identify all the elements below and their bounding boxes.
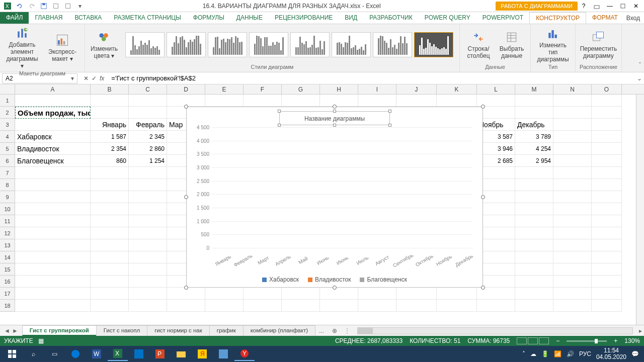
col-header[interactable]: A bbox=[15, 84, 91, 94]
cell[interactable] bbox=[553, 288, 592, 300]
excel-taskbar-icon[interactable]: X bbox=[108, 347, 128, 361]
cell[interactable] bbox=[91, 251, 129, 263]
cell[interactable] bbox=[358, 288, 396, 300]
cell[interactable] bbox=[396, 95, 437, 107]
cell[interactable] bbox=[553, 131, 592, 143]
cell[interactable] bbox=[282, 95, 320, 107]
cell[interactable] bbox=[553, 95, 592, 107]
chart-style-thumb[interactable] bbox=[332, 32, 371, 57]
cell[interactable]: 4 254 bbox=[515, 143, 553, 155]
cell[interactable] bbox=[515, 263, 553, 276]
cell[interactable] bbox=[437, 288, 477, 300]
cell[interactable] bbox=[91, 179, 129, 191]
undo-icon[interactable] bbox=[14, 1, 25, 11]
cell[interactable] bbox=[396, 300, 437, 312]
cell[interactable] bbox=[15, 203, 91, 215]
tab-design[interactable]: КОНСТРУКТОР bbox=[529, 12, 586, 24]
change-chart-type-button[interactable]: Изменить тип диаграммы bbox=[535, 27, 571, 63]
cell[interactable] bbox=[592, 155, 622, 167]
chart-handle[interactable] bbox=[481, 195, 485, 199]
cell[interactable] bbox=[129, 251, 167, 263]
chart-style-thumb[interactable] bbox=[414, 32, 453, 57]
cell[interactable] bbox=[91, 203, 129, 215]
cell[interactable] bbox=[320, 95, 358, 107]
cell[interactable] bbox=[515, 203, 553, 215]
sheet-tab[interactable]: гист нормир с нак bbox=[147, 325, 210, 336]
cell[interactable] bbox=[515, 215, 553, 227]
add-chart-element-button[interactable]: + Добавить элемент диаграммы ▾ bbox=[4, 26, 40, 69]
cell[interactable] bbox=[15, 167, 91, 179]
col-header[interactable]: J bbox=[396, 84, 437, 94]
zoom-out-icon[interactable]: − bbox=[556, 337, 559, 344]
sheet-tab[interactable]: Гист с накопл bbox=[96, 325, 147, 336]
tab-review[interactable]: РЕЦЕНЗИРОВАНИЕ bbox=[269, 12, 339, 24]
cell[interactable] bbox=[91, 227, 129, 239]
tab-view[interactable]: ВИД bbox=[339, 12, 363, 24]
cell[interactable] bbox=[244, 288, 282, 300]
chart-style-thumb[interactable] bbox=[125, 32, 165, 57]
powerpoint-icon[interactable]: P bbox=[150, 347, 170, 361]
cell[interactable] bbox=[515, 276, 553, 288]
chart-handle[interactable] bbox=[481, 105, 485, 109]
tab-data[interactable]: ДАННЫЕ bbox=[230, 12, 269, 24]
cell[interactable] bbox=[15, 276, 91, 288]
cell[interactable]: Объем продаж, тыс.руб. bbox=[15, 107, 91, 119]
cell[interactable] bbox=[282, 300, 320, 312]
cell[interactable] bbox=[437, 95, 477, 107]
chart-handle[interactable] bbox=[333, 105, 337, 109]
chart-handle[interactable] bbox=[481, 286, 485, 290]
cell[interactable] bbox=[592, 215, 622, 227]
row-header[interactable]: 8 bbox=[0, 179, 15, 191]
zoom-slider[interactable] bbox=[567, 340, 607, 342]
cell[interactable] bbox=[15, 288, 91, 300]
tab-format[interactable]: ФОРМАТ bbox=[586, 12, 624, 24]
change-colors-button[interactable]: Изменить цвета ▾ bbox=[89, 30, 119, 59]
cell[interactable] bbox=[592, 143, 622, 155]
cell[interactable] bbox=[592, 131, 622, 143]
sheet-tabs-more[interactable]: ... bbox=[315, 327, 328, 334]
select-all-corner[interactable] bbox=[0, 84, 15, 94]
cell[interactable]: Владивосток bbox=[15, 143, 91, 155]
tray-cloud-icon[interactable]: ☁ bbox=[530, 350, 536, 357]
row-header[interactable]: 10 bbox=[0, 203, 15, 215]
cell[interactable] bbox=[553, 119, 592, 131]
fx-icon[interactable]: fx bbox=[100, 75, 104, 82]
cell[interactable] bbox=[129, 300, 167, 312]
cell[interactable] bbox=[592, 288, 622, 300]
cell[interactable]: 1 254 bbox=[129, 155, 167, 167]
chart-handle[interactable] bbox=[184, 195, 188, 199]
cell[interactable] bbox=[553, 215, 592, 227]
cell[interactable] bbox=[358, 95, 396, 107]
tab-developer[interactable]: РАЗРАБОТЧИК bbox=[363, 12, 419, 24]
cell[interactable] bbox=[15, 191, 91, 203]
col-header[interactable]: I bbox=[358, 84, 396, 94]
app-icon-1[interactable] bbox=[129, 347, 149, 361]
tab-formulas[interactable]: ФОРМУЛЫ bbox=[187, 12, 230, 24]
tray-wifi-icon[interactable]: 📶 bbox=[554, 350, 561, 357]
col-header[interactable]: O bbox=[592, 84, 622, 94]
cell[interactable] bbox=[91, 263, 129, 276]
qat-icon-2[interactable] bbox=[62, 1, 73, 11]
cell[interactable] bbox=[205, 300, 244, 312]
legend-item[interactable]: Благовещенск bbox=[360, 276, 407, 283]
notifications-icon[interactable]: 💬 bbox=[631, 350, 639, 357]
cell[interactable] bbox=[592, 276, 622, 288]
col-header[interactable]: G bbox=[282, 84, 320, 94]
cell[interactable] bbox=[129, 215, 167, 227]
tray-battery-icon[interactable]: 🔋 bbox=[541, 350, 549, 357]
cell[interactable] bbox=[129, 191, 167, 203]
cell[interactable] bbox=[515, 95, 553, 107]
cell[interactable] bbox=[15, 251, 91, 263]
cell[interactable] bbox=[15, 239, 91, 251]
cell[interactable] bbox=[553, 276, 592, 288]
qat-dropdown-icon[interactable]: ▾ bbox=[74, 1, 86, 11]
cell[interactable] bbox=[515, 227, 553, 239]
row-header[interactable]: 15 bbox=[0, 263, 15, 276]
cell[interactable]: 2 354 bbox=[91, 143, 129, 155]
cell[interactable] bbox=[515, 251, 553, 263]
cell[interactable] bbox=[15, 300, 91, 312]
sheet-nav-prev-icon[interactable]: ◄ bbox=[4, 327, 10, 334]
cell[interactable] bbox=[553, 179, 592, 191]
row-header[interactable]: 13 bbox=[0, 239, 15, 251]
vertical-scrollbar[interactable] bbox=[636, 95, 644, 325]
